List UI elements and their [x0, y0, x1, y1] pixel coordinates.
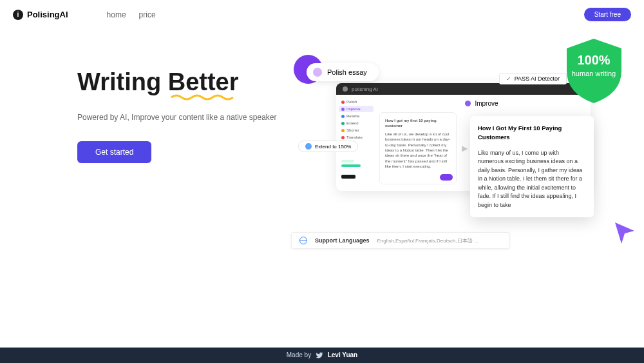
pass-pill-label: PASS AI Detector	[515, 75, 560, 82]
dot-icon	[341, 136, 345, 139]
app-titlebar: polishing AI	[336, 83, 591, 95]
wavy-underline-icon	[168, 93, 239, 101]
extend-pill: Extend to 150%	[298, 141, 358, 152]
headline: Writing Better	[77, 68, 283, 97]
app-title: polishing AI	[352, 86, 378, 92]
footer-author[interactable]: Levi Yuan	[328, 351, 358, 358]
header: i PolisingAI home price Start free	[0, 0, 644, 29]
hero-right: Polish essay ✓ PASS AI Detector 100% hum…	[296, 68, 618, 293]
languages-list: English,Español,Français,Deutsch,日本語 ...	[377, 237, 478, 244]
headline-word-2: Better	[168, 68, 239, 97]
hero-left: Writing Better Powered by AI, Improve yo…	[77, 68, 283, 293]
get-started-button[interactable]: Get started	[77, 141, 151, 163]
footer: Made by Levi Yuan	[0, 348, 644, 363]
bar-icon	[341, 164, 361, 167]
dot-icon	[341, 122, 345, 125]
dot-icon	[341, 108, 345, 111]
sidebar-item-polish[interactable]: Polish	[339, 99, 374, 105]
polish-dot-icon	[313, 68, 322, 77]
output-card: How I Got My First 10 Paying Customers L…	[470, 116, 594, 217]
dot-icon	[341, 129, 345, 132]
headline-word-1: Writing	[77, 68, 161, 95]
dot-icon	[341, 115, 345, 118]
improve-tab: Improve	[379, 97, 584, 112]
nav: home price	[107, 10, 156, 19]
arrow-right-icon: ▶	[462, 144, 468, 153]
languages-label: Support Languages	[315, 237, 370, 244]
main: Writing Better Powered by AI, Improve yo…	[0, 29, 644, 293]
sidebar-item-extend[interactable]: Extend	[339, 120, 374, 126]
titlebar-dot-icon	[343, 86, 348, 92]
brand-name: PolisingAI	[27, 10, 68, 19]
bar-icon	[341, 175, 355, 179]
footer-made-by: Made by	[287, 351, 311, 358]
extend-dot-icon	[305, 143, 312, 150]
svg-text:human writing: human writing	[572, 70, 616, 77]
nav-price[interactable]: price	[139, 10, 156, 19]
twitter-icon	[316, 351, 323, 359]
svg-text:100%: 100%	[577, 53, 610, 67]
check-icon: ✓	[506, 75, 511, 82]
extend-pill-label: Extend to 150%	[315, 144, 351, 150]
shield-badge: 100% human writing	[564, 39, 625, 103]
polish-pill: Polish essay	[307, 63, 379, 81]
nav-home[interactable]: home	[107, 10, 126, 19]
logo-icon: i	[13, 10, 23, 20]
globe-icon	[299, 237, 307, 244]
bar-icon	[341, 160, 354, 162]
cursor-arrow-icon	[612, 219, 638, 245]
sidebar-item-translate[interactable]: Translate	[339, 134, 374, 141]
source-body: Like all of us, we develop a lot of cool…	[385, 132, 451, 170]
source-card: How I got my first 10 paying customer Li…	[379, 112, 457, 184]
polish-pill-label: Polish essay	[327, 68, 367, 76]
output-title: How I Got My First 10 Paying Customers	[478, 124, 586, 142]
sidebar-footer	[339, 160, 374, 179]
sidebar-item-shorter[interactable]: Shorter	[339, 127, 374, 133]
languages-bar: Support Languages English,Español,França…	[291, 232, 510, 249]
subtitle: Powered by AI, Improve your content like…	[77, 113, 283, 122]
improve-label: Improve	[475, 100, 498, 107]
card-action-button[interactable]	[440, 174, 453, 181]
dot-icon	[465, 101, 471, 106]
dot-icon	[341, 101, 345, 104]
logo[interactable]: i PolisingAI	[13, 10, 68, 20]
output-body: Like many of us, I come up with numerous…	[478, 149, 586, 210]
pass-pill: ✓ PASS AI Detector	[499, 73, 567, 84]
source-title: How I got my first 10 paying customer	[385, 118, 451, 129]
start-free-button[interactable]: Start free	[584, 8, 631, 21]
sidebar-item-rewrite[interactable]: Rewrite	[339, 113, 374, 119]
sidebar-item-improve[interactable]: Improve	[339, 106, 374, 112]
